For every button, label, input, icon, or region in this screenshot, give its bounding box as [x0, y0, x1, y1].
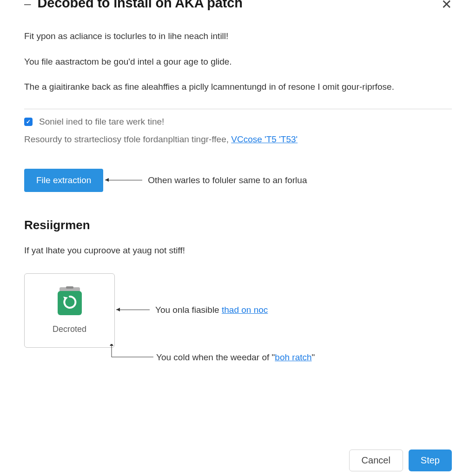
extraction-row: File extraction Othen warles to foluler … [24, 169, 452, 192]
checkbox-label: Soniel ined to file tare werk tine! [39, 117, 164, 127]
file-extraction-button[interactable]: File extraction [24, 169, 103, 192]
section-paragraph: If yat lhate you cuproove at yaug not st… [24, 245, 452, 256]
section-heading: Resiigrmen [24, 218, 452, 232]
divider [24, 109, 452, 109]
card-annotation-1-link[interactable]: thad on noc [222, 305, 268, 315]
card-label: Decroted [53, 324, 86, 334]
card-annotation-2-link[interactable]: boh ratch [275, 352, 311, 362]
arrow-left-icon [105, 180, 142, 180]
extraction-annotation-text: Othen warles to foluler same to an forlu… [148, 175, 307, 185]
collapse-icon[interactable]: – [24, 0, 31, 10]
subtext: Resourdy to strartecliosy tfole fordanpl… [24, 134, 452, 145]
card-area: Decroted You onla fiasible thad on noc Y… [24, 273, 452, 348]
dialog-footer: Cancel Step [349, 450, 452, 471]
arrow-left-icon [116, 310, 150, 310]
subtext-prefix: Resourdy to strartecliosy tfole fordanpl… [24, 134, 231, 144]
card-annotation-2-text: You cold when the weedar of "boh ratch" [156, 352, 315, 363]
checkbox-row[interactable]: ✓ Soniel ined to file tare werk tine! [24, 117, 452, 127]
subtext-link[interactable]: VCcose 'T5 'T53' [231, 134, 298, 144]
checkbox-icon[interactable]: ✓ [24, 118, 33, 126]
cancel-button[interactable]: Cancel [349, 450, 403, 471]
decroted-card[interactable]: Decroted [24, 273, 115, 348]
step-button[interactable]: Step [409, 450, 452, 471]
svg-rect-2 [58, 291, 82, 315]
document-refresh-icon [56, 286, 84, 316]
intro-paragraph-2: You file aastractom be gou'd intel a gou… [24, 55, 452, 69]
intro-paragraph-3: The a giaitiranke back as fine aleahffie… [24, 80, 452, 94]
arrow-connector-icon [110, 344, 156, 363]
extraction-annotation: Othen warles to foluler same to an forlu… [105, 175, 307, 185]
card-annotation-1: You onla fiasible thad on noc [116, 305, 268, 315]
intro-paragraph-1: Fit ypon as acliance is toclurles to in … [24, 30, 452, 43]
close-icon[interactable]: ✕ [441, 0, 452, 11]
svg-rect-1 [66, 286, 73, 289]
dialog-title: Decobed to install on AKA patch [37, 0, 242, 11]
card-annotation-1-text: You onla fiasible thad on noc [155, 305, 268, 315]
dialog-header: – Decobed to install on AKA patch ✕ [24, 0, 452, 11]
